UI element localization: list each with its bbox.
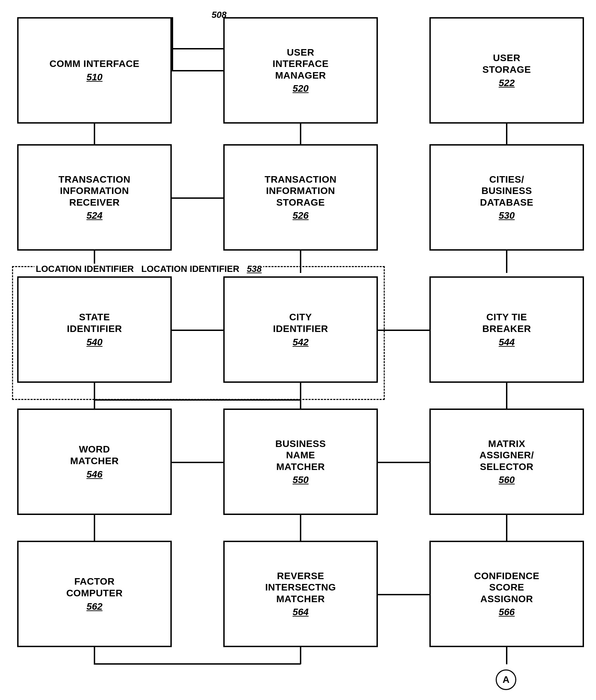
- transaction-info-storage-number: 526: [293, 210, 309, 221]
- matrix-assigner-selector-box: MATRIXASSIGNER/SELECTOR 560: [429, 409, 584, 515]
- conn-uim-down: [300, 124, 301, 144]
- reverse-intersecting-matcher-box: REVERSEINTERSECTNGMATCHER 564: [223, 541, 378, 647]
- conn-city-tiebreak: [378, 330, 431, 331]
- conn-bottom-fc-rim: [94, 663, 301, 665]
- conn-fc-bottom: [94, 647, 95, 664]
- conn-bnm-down: [300, 515, 301, 541]
- reverse-intersecting-matcher-number: 564: [293, 607, 309, 618]
- user-storage-box: USERSTORAGE 522: [429, 17, 584, 124]
- factor-computer-box: FACTORCOMPUTER 562: [17, 541, 172, 647]
- user-interface-manager-title: USERINTERFACEMANAGER: [272, 47, 328, 81]
- state-identifier-box: STATEIDENTIFIER 540: [17, 276, 172, 383]
- comm-interface-title: COMM INTERFACE: [49, 58, 139, 70]
- conn-508-vert-up: [172, 17, 173, 49]
- confidence-score-assignor-number: 566: [499, 607, 515, 618]
- state-identifier-title: STATEIDENTIFIER: [67, 311, 122, 334]
- factor-computer-number: 562: [87, 601, 103, 612]
- conn-bnm-mas: [378, 462, 431, 463]
- location-identifier-number: 538: [247, 264, 261, 274]
- city-tie-breaker-box: CITY TIEBREAKER 544: [429, 276, 584, 383]
- transaction-info-storage-title: TRANSACTIONINFORMATIONSTORAGE: [265, 174, 336, 208]
- location-identifier-label: LOCATION IDENTIFIER LOCATION IDENTIFIER …: [34, 264, 263, 274]
- transaction-info-receiver-title: TRANSACTIONINFORMATIONRECEIVER: [58, 174, 130, 208]
- city-identifier-box: CITYIDENTIFIER 542: [223, 276, 378, 383]
- state-identifier-number: 540: [87, 337, 103, 348]
- conn-mas-down: [506, 515, 507, 541]
- user-storage-title: USERSTORAGE: [482, 52, 531, 75]
- transaction-info-receiver-number: 524: [87, 210, 103, 221]
- comm-interface-number: 510: [87, 72, 103, 83]
- business-name-matcher-number: 550: [293, 474, 309, 485]
- conn-cbd-down: [506, 251, 507, 273]
- cities-business-database-box: CITIES/BUSINESSDATABASE 530: [429, 144, 584, 251]
- diagram: COMM INTERFACE 510 508 USERINTERFACEMANA…: [7, 7, 589, 693]
- word-matcher-title: WORDMATCHER: [70, 444, 119, 467]
- transaction-info-storage-box: TRANSACTIONINFORMATIONSTORAGE 526: [223, 144, 378, 251]
- conn-508-horiz: [172, 48, 224, 49]
- cities-business-database-number: 530: [499, 210, 515, 221]
- conn-city-down: [300, 383, 301, 409]
- conn-rim-bottom: [300, 647, 301, 664]
- conn-wm-down: [94, 515, 95, 541]
- confidence-score-assignor-title: CONFIDENCESCOREASSIGNOR: [474, 570, 539, 605]
- conn-tiebreak-down: [506, 383, 507, 409]
- conn-state-down: [94, 383, 95, 409]
- transaction-info-receiver-box: TRANSACTIONINFORMATIONRECEIVER 524: [17, 144, 172, 251]
- confidence-score-assignor-box: CONFIDENCESCOREASSIGNOR 566: [429, 541, 584, 647]
- word-matcher-box: WORDMATCHER 546: [17, 409, 172, 515]
- reverse-intersecting-matcher-title: REVERSEINTERSECTNGMATCHER: [265, 570, 336, 605]
- circle-a: A: [496, 669, 516, 690]
- city-tie-breaker-number: 544: [499, 337, 515, 348]
- user-interface-manager-number: 520: [293, 83, 309, 94]
- comm-interface-box: COMM INTERFACE 510: [17, 17, 172, 124]
- conn-state-city: [172, 330, 225, 331]
- conn-508-to-uim: [172, 70, 225, 71]
- business-name-matcher-title: BUSINESSNAMEMATCHER: [275, 438, 326, 473]
- conn-wm-bnm: [172, 462, 225, 463]
- conn-csa-bottom: [506, 647, 507, 664]
- conn-dashed-bottom-left: [94, 399, 301, 401]
- matrix-assigner-selector-number: 560: [499, 474, 515, 485]
- business-name-matcher-box: BUSINESSNAMEMATCHER 550: [223, 409, 378, 515]
- city-identifier-title: CITYIDENTIFIER: [273, 311, 328, 334]
- cities-business-database-title: CITIES/BUSINESSDATABASE: [480, 174, 533, 208]
- city-identifier-number: 542: [293, 337, 309, 348]
- city-tie-breaker-title: CITY TIEBREAKER: [482, 311, 531, 334]
- conn-rim-csa: [378, 594, 431, 595]
- matrix-assigner-selector-title: MATRIXASSIGNER/SELECTOR: [480, 438, 534, 473]
- conn-508-vert-down: [172, 48, 173, 70]
- conn-us-down: [506, 124, 507, 144]
- conn-tir-tis: [172, 197, 225, 199]
- conn-comm-down: [94, 124, 95, 144]
- user-storage-number: 522: [499, 78, 515, 89]
- word-matcher-number: 546: [87, 469, 103, 480]
- user-interface-manager-box: USERINTERFACEMANAGER 520: [223, 17, 378, 124]
- factor-computer-title: FACTORCOMPUTER: [66, 576, 123, 599]
